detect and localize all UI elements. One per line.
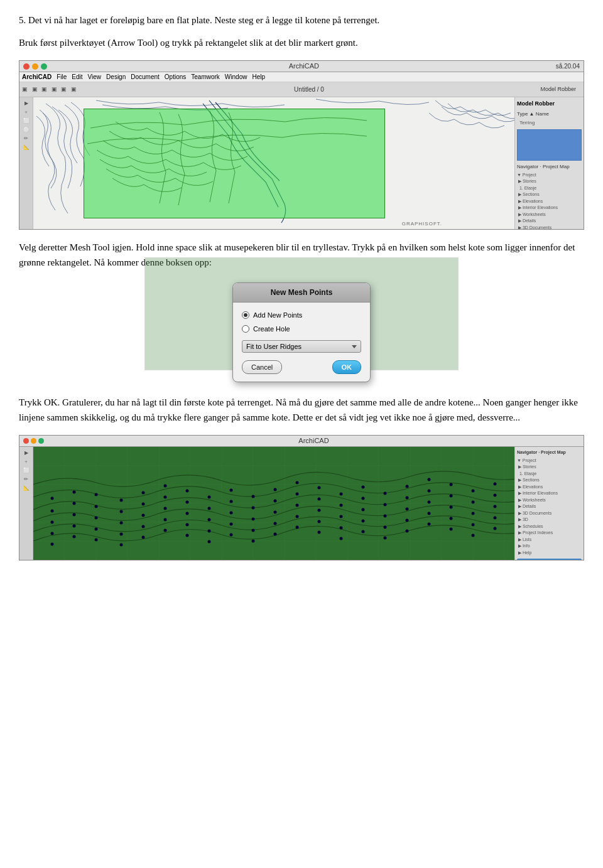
menu-document[interactable]: Document: [131, 72, 160, 82]
svg-point-90: [142, 525, 145, 528]
svg-point-64: [51, 521, 54, 524]
menu-options[interactable]: Options: [165, 72, 186, 82]
svg-point-34: [362, 486, 365, 489]
svg-point-32: [318, 486, 321, 490]
menu-design[interactable]: Design: [106, 72, 126, 82]
close-button-icon[interactable]: [23, 63, 30, 70]
right-panel-2-nav: Navigator · Project Map: [517, 449, 582, 456]
svg-point-98: [318, 520, 321, 523]
radio-create-hole[interactable]: Create Hole: [242, 324, 361, 335]
terrain-svg-2: [33, 447, 514, 560]
svg-point-126: [450, 528, 453, 531]
svg-point-114: [186, 534, 189, 537]
svg-point-78: [362, 508, 365, 512]
right-panel-title: Model Robber: [540, 85, 576, 94]
paragraph-intro1: 5. Det vi nå har laget er foreløpig bare…: [19, 13, 584, 28]
menu-archicad[interactable]: ArchiCAD: [22, 72, 52, 82]
left-toolbar: ▶ + ⬜ ⚪ ✏ 📐: [19, 97, 33, 229]
fit-to-user-ridges-dropdown[interactable]: Fit to User Ridges: [242, 340, 361, 353]
terrain-canvas-2: [33, 447, 514, 560]
menu-view[interactable]: View: [88, 72, 102, 82]
main-canvas: GRAPHISOFT.: [33, 97, 514, 229]
canvas-title: Untitled / 0: [294, 85, 324, 94]
svg-point-95: [252, 529, 255, 532]
svg-point-58: [406, 496, 409, 500]
svg-point-68: [142, 514, 145, 517]
dropdown-label: Fit to User Ridges: [246, 341, 302, 352]
svg-point-116: [230, 533, 233, 537]
canvas-area-2: ▶ + ⬜ ✏ 📐: [19, 447, 584, 560]
svg-point-44: [95, 505, 98, 508]
paragraph-intro2: Bruk først pilverktøyet (Arrow Tool) og …: [19, 35, 584, 50]
graphisoft-watermark: GRAPHISOFT.: [402, 220, 442, 228]
svg-point-53: [296, 493, 299, 496]
min-btn-2[interactable]: [31, 438, 36, 444]
svg-point-77: [340, 515, 343, 518]
dialog-radio-group: Add New Points Create Hole: [242, 310, 361, 334]
ok-button[interactable]: OK: [332, 360, 362, 374]
minimize-button-icon[interactable]: [32, 63, 38, 70]
svg-point-122: [362, 530, 365, 533]
canvas-area: ▶ + ⬜ ⚪ ✏ 📐: [19, 97, 584, 229]
svg-point-69: [164, 507, 167, 510]
toolbar-icons: ▣ ▣ ▣ ▣ ▣ ▣: [22, 85, 78, 94]
svg-point-28: [230, 489, 233, 492]
svg-point-93: [208, 530, 211, 533]
svg-point-62: [494, 494, 497, 497]
svg-point-25: [164, 485, 167, 488]
close-btn-2[interactable]: [23, 438, 29, 444]
menu-window[interactable]: Window: [225, 72, 247, 82]
svg-point-70: [186, 512, 189, 515]
svg-point-106: [494, 517, 497, 520]
svg-point-89: [120, 533, 123, 536]
svg-point-119: [296, 526, 299, 529]
svg-point-40: [494, 483, 497, 486]
svg-point-30: [274, 488, 277, 491]
dialog-wrapper: New Mesh Points Add New Points Create Ho…: [19, 282, 584, 382]
svg-point-37: [428, 478, 431, 481]
svg-point-80: [406, 508, 409, 511]
toolbar: ▣ ▣ ▣ ▣ ▣ ▣ Untitled / 0 Model Robber: [19, 82, 584, 97]
maximize-button-icon[interactable]: [41, 63, 47, 70]
radio-circle-2[interactable]: [242, 325, 249, 333]
svg-point-86: [51, 532, 54, 535]
svg-point-73: [252, 518, 255, 521]
svg-point-117: [252, 540, 255, 543]
svg-point-111: [120, 544, 123, 547]
svg-point-20: [51, 497, 54, 500]
svg-point-74: [274, 511, 277, 514]
radio-add-new-points[interactable]: Add New Points: [242, 310, 361, 321]
svg-point-36: [406, 485, 409, 488]
page-content: 5. Det vi nå har laget er foreløpig bare…: [0, 0, 603, 583]
radio-label-1: Add New Points: [253, 310, 302, 321]
svg-point-57: [384, 503, 387, 506]
menu-teamwork[interactable]: Teamwork: [191, 72, 220, 82]
max-btn-2[interactable]: [38, 438, 44, 444]
svg-point-82: [450, 506, 453, 509]
svg-point-92: [186, 523, 189, 527]
radio-circle-1[interactable]: [242, 311, 249, 319]
dialog-dropdown-row: Fit to User Ridges: [242, 340, 361, 353]
svg-point-26: [186, 490, 189, 493]
svg-point-100: [362, 520, 365, 523]
right-panel-2-button[interactable]: [517, 559, 582, 560]
svg-point-120: [318, 531, 321, 534]
menu-bar: ArchiCAD File Edit View Design Document …: [19, 72, 584, 82]
os-top-bar-2: ArchiCAD: [19, 436, 584, 447]
svg-point-48: [186, 501, 189, 504]
svg-point-88: [95, 528, 98, 531]
svg-point-83: [472, 512, 475, 515]
right-panel-terring: Terring: [517, 119, 582, 127]
svg-point-124: [406, 530, 409, 533]
cancel-button[interactable]: Cancel: [242, 360, 282, 374]
svg-point-50: [230, 500, 233, 503]
dialog-body: Add New Points Create Hole Fit to User R…: [233, 303, 370, 382]
svg-point-97: [296, 515, 299, 518]
menu-edit[interactable]: Edit: [72, 72, 82, 82]
time-display: så.20.04: [556, 62, 580, 71]
svg-point-103: [428, 512, 431, 515]
svg-point-54: [318, 498, 321, 501]
menu-file[interactable]: File: [57, 72, 67, 82]
menu-help[interactable]: Help: [252, 72, 265, 82]
svg-point-115: [208, 540, 211, 544]
